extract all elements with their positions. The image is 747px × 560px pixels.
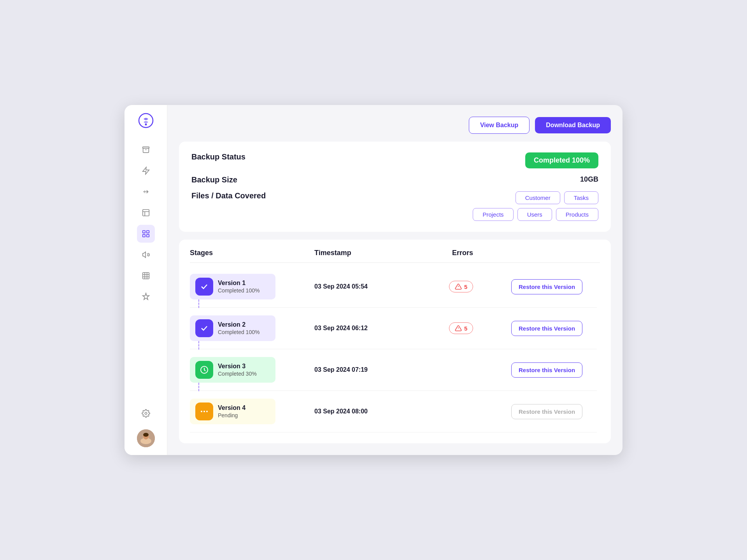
sidebar-item-sparkles[interactable]: [137, 288, 155, 306]
col-timestamp: Timestamp: [314, 249, 452, 257]
version-4-stage: Version 4 Pending: [190, 399, 314, 424]
info-card: Backup Status Completed 100% Backup Size…: [179, 142, 611, 232]
table-row: Version 1 Completed 100% 03 Sep 2024 05:…: [190, 266, 597, 308]
col-errors: Errors: [452, 249, 514, 257]
sidebar-item-archive[interactable]: [137, 141, 155, 159]
restore-version-1-button[interactable]: Restore this Version: [511, 279, 582, 294]
tags-row-1: Customer Tasks: [516, 191, 598, 204]
connector-2: [198, 341, 199, 350]
version-1-name: Version 1: [218, 280, 260, 287]
version-4-name: Version 4: [218, 404, 245, 411]
svg-rect-8: [142, 273, 149, 279]
sidebar-item-bolt[interactable]: [137, 162, 155, 180]
version-2-name: Version 2: [218, 321, 260, 328]
backup-size-label: Backup Size: [191, 175, 237, 184]
download-backup-button[interactable]: Download Backup: [535, 117, 611, 133]
svg-point-9: [145, 412, 147, 415]
svg-rect-4: [142, 231, 145, 233]
svg-point-0: [139, 114, 153, 128]
connector-1: [198, 299, 199, 308]
version-2-stage-bg: Version 2 Completed 100%: [190, 315, 275, 341]
version-3-stage: Version 3 Completed 30%: [190, 357, 314, 383]
version-2-status: Completed 100%: [218, 329, 260, 335]
version-2-timestamp: 03 Sep 2024 06:12: [314, 325, 449, 332]
sidebar: [124, 105, 167, 455]
version-2-errors: 5: [449, 322, 473, 334]
version-2-stage: Version 2 Completed 100%: [190, 315, 314, 341]
versions-list: Version 1 Completed 100% 03 Sep 2024 05:…: [190, 266, 600, 432]
backup-size-row: Backup Size 10GB: [191, 175, 598, 184]
app-window: View Backup Download Backup Backup Statu…: [124, 105, 622, 455]
tags-row-2: Projects Users Products: [473, 208, 598, 221]
tag-tasks[interactable]: Tasks: [564, 191, 598, 204]
backup-size-value: 10GB: [580, 175, 598, 184]
svg-point-15: [143, 433, 149, 437]
version-4-icon: [195, 402, 213, 420]
restore-version-3-button[interactable]: Restore this Version: [511, 362, 582, 378]
svg-point-22: [203, 411, 205, 412]
connector-3: [198, 383, 199, 391]
header-bar: View Backup Download Backup: [179, 117, 611, 134]
status-badge: Completed 100%: [525, 152, 598, 168]
sidebar-item-table[interactable]: [137, 267, 155, 285]
svg-rect-7: [146, 234, 149, 237]
app-logo: [138, 113, 154, 130]
sidebar-item-arrows[interactable]: [137, 183, 155, 201]
svg-point-21: [201, 411, 202, 412]
files-covered-label: Files / Data Covered: [191, 191, 266, 200]
svg-rect-6: [142, 234, 145, 237]
version-1-icon: [195, 278, 213, 296]
user-avatar[interactable]: [137, 429, 155, 447]
sidebar-item-grid[interactable]: [137, 225, 155, 243]
svg-point-1: [145, 124, 147, 126]
tag-products[interactable]: Products: [556, 208, 598, 221]
backup-status-label: Backup Status: [191, 152, 245, 161]
version-3-name: Version 3: [218, 363, 257, 370]
version-1-errors: 5: [449, 281, 473, 292]
version-3-icon: [195, 361, 213, 379]
version-3-status: Completed 30%: [218, 371, 257, 377]
table-header: Stages Timestamp Errors: [190, 249, 600, 263]
main-content: View Backup Download Backup Backup Statu…: [167, 105, 622, 455]
tag-projects[interactable]: Projects: [473, 208, 513, 221]
version-1-stage: Version 1 Completed 100%: [190, 274, 314, 299]
svg-rect-5: [146, 231, 149, 233]
tags-container: Customer Tasks Projects Users Products: [473, 191, 598, 221]
version-4-timestamp: 03 Sep 2024 08:00: [314, 408, 449, 415]
restore-version-2-button[interactable]: Restore this Version: [511, 321, 582, 336]
version-1-status: Completed 100%: [218, 287, 260, 294]
table-row: Version 2 Completed 100% 03 Sep 2024 06:…: [190, 308, 597, 349]
restore-version-4-button: Restore this Version: [511, 404, 582, 419]
table-row: Version 3 Completed 30% 03 Sep 2024 07:1…: [190, 349, 597, 391]
svg-point-23: [206, 411, 208, 412]
sidebar-item-layout[interactable]: [137, 204, 155, 222]
sidebar-item-megaphone[interactable]: [137, 246, 155, 264]
version-4-status: Pending: [218, 412, 245, 418]
svg-rect-2: [142, 147, 149, 149]
version-3-timestamp: 03 Sep 2024 07:19: [314, 366, 449, 373]
sidebar-item-settings[interactable]: [137, 404, 155, 422]
table-card: Stages Timestamp Errors: [179, 240, 611, 443]
tag-users[interactable]: Users: [517, 208, 552, 221]
col-actions: [514, 249, 600, 257]
tag-customer[interactable]: Customer: [516, 191, 560, 204]
backup-status-row: Backup Status Completed 100%: [191, 152, 598, 168]
col-stages: Stages: [190, 249, 314, 257]
svg-rect-3: [142, 210, 149, 216]
version-1-stage-bg: Version 1 Completed 100%: [190, 274, 275, 299]
table-row: Version 4 Pending 03 Sep 2024 08:00 Rest…: [190, 391, 597, 432]
version-4-stage-bg: Version 4 Pending: [190, 399, 275, 424]
version-3-stage-bg: Version 3 Completed 30%: [190, 357, 275, 383]
view-backup-button[interactable]: View Backup: [469, 117, 530, 134]
files-covered-row: Files / Data Covered Customer Tasks Proj…: [191, 191, 598, 221]
version-2-icon: [195, 319, 213, 337]
version-1-timestamp: 03 Sep 2024 05:54: [314, 283, 449, 290]
